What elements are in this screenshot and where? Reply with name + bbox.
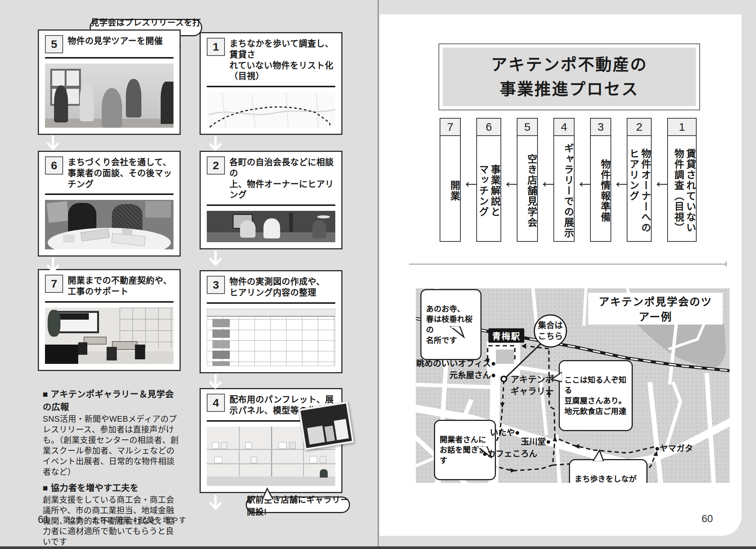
process-step-1-number: 1: [668, 119, 696, 136]
step-7-header: 7 開業までの不動産契約や、 工事のサポート: [45, 275, 174, 297]
note-body-1: SNS活用・新聞やWEBメディアのプレスリリース、参加者は直接声がけも。（創業支…: [43, 414, 182, 478]
flow-arrow-down: [46, 135, 60, 150]
step-7-photo: [45, 308, 174, 364]
page-spine: [378, 0, 379, 549]
step-2-title: 各町の自治会長などに相談の 上、物件オーナーにヒアリング: [229, 156, 335, 201]
process-arrow-left: ←: [612, 170, 631, 192]
step-4-number: 4: [207, 394, 225, 412]
step-3-title: 物件の実測図の作成や、 ヒアリング内容の整理: [229, 276, 325, 298]
process-step-2-number: 2: [627, 119, 651, 136]
station-label-text: 青梅駅: [492, 331, 521, 341]
flow-arrow-down: [46, 258, 60, 273]
process-step-7: 7 開業: [440, 118, 461, 242]
section-divider-tick: [726, 261, 727, 266]
step-2-number: 2: [207, 156, 225, 175]
process-title-box: アキテンポ不動産の 事業推進プロセス: [438, 43, 700, 110]
survey-map-figure: [207, 92, 335, 128]
meeting-point-circle: 集合は こちら: [534, 314, 567, 348]
spot-cafe-text: ●カフェころん: [482, 449, 537, 458]
spot-yamagata-label: ●ヤマガタ: [655, 443, 693, 454]
note-heading-2: ■ 協力者を増やす工夫を: [43, 481, 182, 493]
book-spread: 見学会はプレスリリースを打ちます! 5 物件の見学ツアーを開催 1 まちなかを歩…: [0, 0, 756, 549]
temple-bubble: あのお寺、 春は枝垂れ桜の 名所です: [420, 289, 482, 360]
step-1-header: 1 まちなかを歩いて調査し、賃貸さ れていない物件をリスト化（目視）: [207, 38, 335, 82]
step-box-2: 2 各町の自治会長などに相談の 上、物件オーナーにヒアリング: [200, 151, 342, 249]
step-3-number: 3: [207, 276, 225, 294]
bubble-tail: [592, 449, 607, 460]
spot-tamagawado-text: 玉川堂●: [521, 437, 551, 446]
process-step-7-label: 開業: [440, 136, 460, 241]
step-6-header: 6 まちづくり会社を通して、 事業者の面談、その後マッチング: [45, 156, 174, 190]
tofu-bubble-text: ここは知る人ぞ知る 豆腐屋さんあり。 地元飲食店ご用達: [564, 376, 626, 416]
gallery-open-bubble: 駅前空き店舗にギャラリー開設!: [246, 496, 350, 513]
process-arrow-left: ←: [502, 170, 521, 192]
bubble-tail: [550, 371, 565, 382]
chapter-footer: 第2章 まちに開業・起業を増やす: [63, 514, 186, 525]
walk-bubble: まち歩きをしながら 複数件回ります: [569, 459, 648, 483]
walk-bubble-text: まち歩きをしながら 複数件回ります: [575, 475, 637, 483]
spot-office-text: 眺めのいいオフィス●: [416, 359, 496, 368]
page-number-right: 60: [702, 513, 713, 525]
process-step-1-label: 賃貸されていない 物件調査（目視）: [668, 136, 696, 241]
step-5-title: 物件の見学ツアーを開催: [68, 35, 163, 47]
rule: [207, 302, 335, 304]
note-heading-1: ■ アキテンポギャラリー＆見学会の広報: [43, 387, 182, 413]
step-box-7: 7 開業までの不動産契約や、 工事のサポート: [38, 269, 181, 371]
spot-itaya-text: いたや●: [490, 428, 520, 437]
spot-office-label: 眺めのいいオフィス●: [416, 358, 496, 369]
flow-arrow-down: [209, 136, 222, 151]
gallery-label-text: アキテンポ ギャラリー: [511, 374, 554, 396]
step-box-4: 4 配布用のパンフレット、展 示パネル、模型等の作成: [200, 388, 342, 493]
process-arrow-left: ←: [653, 170, 672, 192]
station-label: 青梅駅: [488, 328, 524, 343]
bubble-tail: [261, 488, 276, 499]
section-divider: [409, 264, 727, 264]
step-7-number: 7: [45, 275, 63, 293]
step-1-number: 1: [207, 38, 225, 56]
step-5-photo: [45, 63, 174, 128]
flow-arrow-down: [209, 374, 222, 389]
temple-bubble-text: あのお寺、 春は枝垂れ桜の 名所です: [426, 305, 472, 345]
process-arrow-left: ←: [462, 170, 481, 192]
step-box-1: 1 まちなかを歩いて調査し、賃貸さ れていない物件をリスト化（目視）: [200, 32, 342, 135]
step-3-photo: [207, 309, 335, 366]
spot-tamagawado-label: 玉川堂●: [521, 436, 551, 447]
rule: [45, 193, 174, 195]
rule: [207, 204, 335, 206]
step-7-title: 開業までの不動産契約や、 工事のサポート: [68, 275, 172, 297]
step-1-title: まちなかを歩いて調査し、賃貸さ れていない物件をリスト化（目視）: [229, 38, 335, 82]
rule: [45, 57, 174, 59]
process-step-4-number: 4: [554, 119, 574, 136]
process-arrow-left: ←: [539, 170, 558, 192]
process-step-6-number: 6: [477, 119, 500, 136]
page-number-left: 61: [38, 514, 49, 526]
spot-yamagata-text: ●ヤマガタ: [655, 444, 693, 453]
step-5-header: 5 物件の見学ツアーを開催: [45, 35, 174, 53]
process-title-text: アキテンポ不動産の 事業推進プロセス: [491, 53, 648, 101]
book-bottom-edge: [0, 546, 756, 549]
meeting-point-text: 集合は こちら: [538, 320, 563, 342]
map-title-text: アキテンポ見学会のツアー例: [599, 296, 712, 323]
model-inset-photo: [298, 401, 354, 450]
step-5-number: 5: [45, 35, 63, 53]
rule: [45, 301, 174, 303]
step-box-5: 5 物件の見学ツアーを開催: [38, 29, 181, 135]
process-step-5-number: 5: [517, 119, 537, 136]
tofu-bubble: ここは知る人ぞ知る 豆腐屋さんあり。 地元飲食店ご用達: [559, 360, 633, 431]
flow-arrow-down: [209, 495, 222, 510]
tour-map: アキテンポ見学会のツアー例 あのお寺、 春は枝垂れ桜の 名所です 青梅駅 集合は…: [416, 288, 730, 483]
map-title: アキテンポ見学会のツアー例: [588, 293, 723, 325]
step-box-6: 6 まちづくり会社を通して、 事業者の面談、その後マッチング: [38, 151, 181, 257]
step-2-photo: [207, 211, 335, 242]
step-2-header: 2 各町の自治会長などに相談の 上、物件オーナーにヒアリング: [207, 156, 335, 201]
bubble-tail: [449, 326, 464, 338]
step-6-number: 6: [45, 156, 63, 175]
process-arrow-left: ←: [576, 170, 595, 192]
process-step-3-number: 3: [591, 119, 610, 136]
spot-itoya-label: 元糸屋さん●: [416, 370, 496, 380]
spot-itaya-label: いたや●: [490, 427, 520, 438]
step-3-header: 3 物件の実測図の作成や、 ヒアリング内容の整理: [207, 276, 335, 298]
spot-cafe-label: ●カフェころん: [482, 448, 537, 459]
left-footer: 61 第2章 まちに開業・起業を増やす: [38, 514, 186, 526]
step-1-photo: [207, 92, 335, 128]
